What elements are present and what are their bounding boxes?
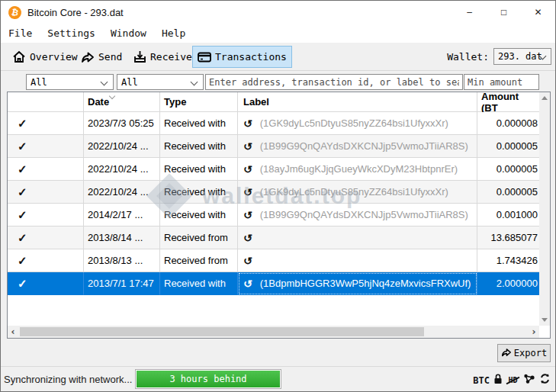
date-cell: 2022/10/24 ... [84, 158, 160, 181]
column-header-date[interactable]: Date [84, 92, 160, 111]
type-cell: Received with [160, 272, 238, 295]
column-header-label-label: Label [243, 96, 269, 108]
vertical-scrollbar[interactable] [539, 92, 550, 326]
receive-inbox-icon [133, 50, 146, 63]
table-row[interactable]: ✓ 2013/8/13 ... Received from ↺ 1.743426 [8, 249, 539, 272]
confirmed-check-icon: ✓ [18, 117, 27, 130]
date-cell: 2013/8/13 ... [84, 249, 160, 272]
tab-send-label: Send [98, 51, 122, 63]
amount-cell: 1.743426 [477, 249, 539, 272]
scroll-down-icon[interactable] [542, 318, 548, 322]
table-row[interactable]: ✓ 2013/7/1 17:47 Received with ↺ (1Bdpmb… [8, 272, 539, 295]
address-text: (1B99G9QnQAYdsDXKCNJjp5VwmoJTiiAR8S) [260, 209, 468, 220]
address-history-icon: ↺ [243, 140, 252, 153]
address-history-icon: ↺ [243, 232, 252, 244]
transactions-table: Date Type Label Amount (BT ✓ 2023/7/3 05… [7, 92, 551, 339]
column-header-label[interactable]: Label [238, 92, 477, 111]
column-header-status[interactable] [8, 92, 84, 111]
bitcoin-logo-icon: ₿ [7, 5, 22, 20]
tab-receive[interactable]: Receive [128, 46, 198, 68]
menu-file[interactable]: File [7, 26, 34, 40]
wallet-selector-value: 293. dat [498, 51, 542, 62]
confirmed-check-icon: ✓ [18, 185, 27, 199]
sync-refresh-icon [539, 373, 551, 387]
table-row[interactable]: ✓ 2022/10/24 ... Received with ↺ (18ayJm… [8, 158, 539, 181]
address-text: (1GK9dyLc5nDtyuS85nyZZ64bsi1UfyxxXr) [260, 117, 448, 129]
table-row[interactable]: ✓ 2014/2/17 ... Received with ↺ (1B99G9Q… [8, 204, 539, 227]
scroll-left-icon[interactable]: ‹ [8, 326, 18, 338]
menu-window[interactable]: Window [109, 26, 148, 40]
date-filter-dropdown[interactable]: All [26, 74, 114, 90]
sync-progress-bar: 3 hours behind [135, 369, 281, 389]
unit-display[interactable]: BTC [473, 375, 490, 386]
export-button[interactable]: Export [497, 344, 551, 362]
maximize-button[interactable]: □ [487, 1, 521, 24]
window-title: Bitcoin Core - 293.dat [27, 7, 124, 18]
tab-overview-label: Overview [30, 51, 78, 63]
table-row[interactable]: ✓ 2013/8/14 ... Received from ↺ 13.68507… [8, 227, 539, 249]
label-cell: ↺ (1GK9dyLc5nDtyuS85nyZZ64bsi1UfyxxXr) [238, 181, 477, 204]
status-cell: ✓ [8, 272, 84, 295]
tab-overview[interactable]: Overview [7, 46, 83, 68]
date-cell: 2023/7/3 05:25 [84, 112, 160, 135]
sync-progress-fill: 3 hours behind [137, 371, 280, 387]
type-cell: Received with [160, 135, 238, 158]
label-cell: ↺ [238, 249, 477, 272]
amount-cell: 0.001000 [477, 204, 539, 227]
scroll-up-icon[interactable] [542, 96, 548, 100]
address-text: (1GK9dyLc5nDtyuS85nyZZ64bsi1UfyxxXr) [260, 186, 448, 198]
chevron-down-icon [101, 79, 108, 86]
column-header-amount[interactable]: Amount (BT [477, 92, 539, 111]
home-icon [12, 50, 26, 63]
chevron-down-icon [191, 79, 198, 86]
tab-transactions-label: Transactions [215, 51, 287, 63]
table-row[interactable]: ✓ 2022/10/24 ... Received with ↺ (1GK9dy… [8, 181, 539, 204]
date-cell: 2014/2/17 ... [84, 204, 160, 227]
status-bar: Synchronizing with network... 3 hours be… [1, 366, 555, 391]
amount-cell: 0.000008 [477, 112, 539, 135]
amount-cell: 0.000005 [477, 135, 539, 158]
tab-send[interactable]: Send [76, 46, 127, 68]
status-cell: ✓ [8, 135, 84, 158]
close-button[interactable]: ✕ [521, 1, 555, 24]
column-header-amount-label: Amount (BT [481, 91, 538, 114]
column-header-type[interactable]: Type [160, 92, 238, 111]
status-cell: ✓ [8, 112, 84, 135]
table-row[interactable]: ✓ 2022/10/24 ... Received with ↺ (1B99G9… [8, 135, 539, 158]
amount-cell: 13.685077 [477, 227, 539, 249]
scroll-right-icon[interactable]: › [529, 326, 539, 338]
date-cell: 2013/8/14 ... [84, 227, 160, 249]
filter-bar: All All [1, 73, 555, 92]
type-cell: Received with [160, 204, 238, 227]
sync-status-text: Synchronizing with network... [4, 374, 132, 385]
menu-settings[interactable]: Settings [46, 26, 97, 40]
address-history-icon: ↺ [243, 163, 252, 175]
address-history-icon: ↺ [243, 255, 252, 267]
column-header-date-label: Date [88, 96, 109, 108]
search-input[interactable] [205, 74, 463, 90]
label-cell: ↺ (1B99G9QnQAYdsDXKCNJjp5VwmoJTiiAR8S) [238, 135, 477, 158]
minimize-button[interactable]: – [452, 1, 487, 24]
wallet-selector[interactable]: 293. dat [493, 48, 551, 65]
horizontal-scrollbar[interactable]: ‹ › [8, 326, 539, 338]
horizontal-scrollbar-thumb[interactable] [20, 327, 424, 336]
address-text: (1B99G9QnQAYdsDXKCNJjp5VwmoJTiiAR8S) [260, 140, 468, 152]
date-filter-value: All [31, 77, 47, 88]
menu-help[interactable]: Help [160, 26, 187, 40]
date-cell: 2022/10/24 ... [84, 135, 160, 158]
tab-transactions[interactable]: Transactions [192, 46, 292, 68]
type-cell: Received with [160, 158, 238, 181]
type-filter-dropdown[interactable]: All [117, 74, 204, 90]
confirmed-check-icon: ✓ [18, 254, 27, 268]
status-cell: ✓ [8, 227, 84, 249]
sort-descending-icon [109, 93, 115, 99]
table-header: Date Type Label Amount (BT [8, 92, 539, 112]
export-button-label: Export [514, 348, 547, 358]
table-row[interactable]: ✓ 2023/7/3 05:25 Received with ↺ (1GK9dy… [8, 112, 539, 135]
status-cell: ✓ [8, 181, 84, 204]
tab-receive-label: Receive [150, 51, 192, 63]
lock-icon [493, 374, 503, 387]
amount-cell: 0.000005 [477, 181, 539, 204]
window-controls: – □ ✕ [452, 1, 555, 24]
min-amount-input[interactable] [464, 74, 539, 90]
